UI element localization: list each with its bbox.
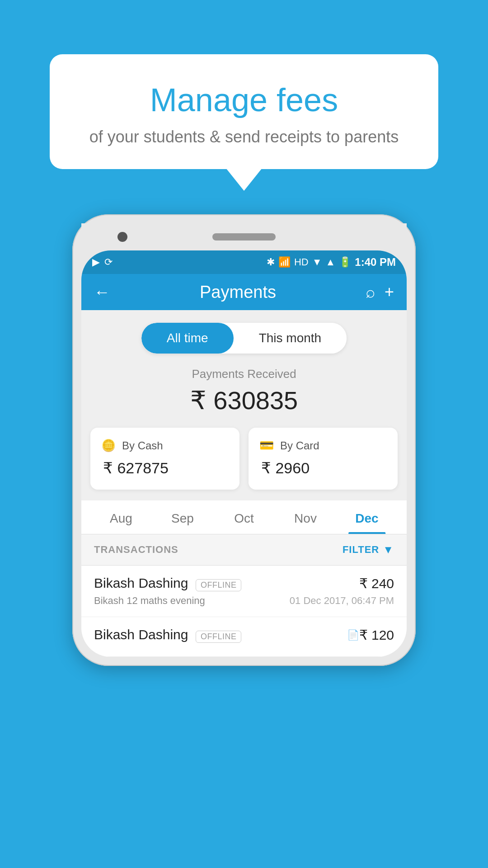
bluetooth-icon: ✱ [267,256,275,268]
card-card: 💳 By Card ₹ 2960 [249,428,398,490]
cards-row: 🪙 By Cash ₹ 627875 💳 By Card ₹ 2960 [81,428,407,500]
filter-button[interactable]: FILTER ▼ [343,543,394,556]
transaction-amount-2: ₹ 120 [359,627,394,643]
transaction-name-2: Bikash Dashing OFFLINE [94,627,241,643]
play-icon: ▶ [92,256,100,268]
app-bar: ← Payments ⌕ + [81,274,407,310]
phone-mockup: ▶ ⟳ ✱ 📶 HD ▼ ▲ 🔋 1:40 PM ← Payments ⌕ [72,214,416,666]
status-icons-left: ▶ ⟳ [92,256,113,268]
month-tabs: Aug Sep Oct Nov Dec [81,500,407,534]
table-row: Bikash Dashing OFFLINE ₹ 240 Bikash 12 m… [81,566,407,617]
offline-badge-1: OFFLINE [196,579,242,591]
cash-label: By Cash [122,439,163,452]
tab-sep[interactable]: Sep [152,500,213,534]
toggle-row: All time This month [81,310,407,363]
transaction-desc-1: Bikash 12 maths evening [94,595,205,607]
back-button[interactable]: ← [94,283,110,302]
add-button[interactable]: + [385,283,394,302]
speaker [212,233,276,241]
status-time: 1:40 PM [355,256,396,269]
cash-icon: 🪙 [101,439,116,453]
toggle-container: All time This month [141,323,347,354]
cash-amount: ₹ 627875 [101,459,229,477]
card-card-header: 💳 By Card [259,439,387,453]
tab-aug[interactable]: Aug [90,500,152,534]
bubble-subtitle: of your students & send receipts to pare… [77,127,411,146]
card-label: By Card [280,439,319,452]
signal-icon: 📶 [278,256,291,268]
transaction-top-1: Bikash Dashing OFFLINE ₹ 240 [94,576,394,591]
wifi-icon: ▼ [312,256,322,268]
filter-label: FILTER [343,544,379,556]
table-row: Bikash Dashing OFFLINE 📄 ₹ 120 [81,617,407,657]
bubble-title: Manage fees [77,81,411,118]
search-button[interactable]: ⌕ [366,283,375,302]
payments-received: Payments Received ₹ 630835 [81,363,407,428]
tab-dec[interactable]: Dec [336,500,398,534]
transaction-date-1: 01 Dec 2017, 06:47 PM [290,595,394,607]
status-icons-right: ✱ 📶 HD ▼ ▲ 🔋 1:40 PM [267,256,396,269]
this-month-toggle[interactable]: This month [234,323,347,354]
filter-icon: ▼ [383,543,394,556]
status-bar: ▶ ⟳ ✱ 📶 HD ▼ ▲ 🔋 1:40 PM [81,250,407,274]
payments-label: Payments Received [81,367,407,381]
phone-top-bar [81,223,407,250]
cash-card-header: 🪙 By Cash [101,439,229,453]
transactions-label: TRANSACTIONS [94,544,178,556]
all-time-toggle[interactable]: All time [141,323,234,354]
payments-amount: ₹ 630835 [81,386,407,415]
cash-card: 🪙 By Cash ₹ 627875 [90,428,239,490]
camera [117,232,127,242]
speech-bubble: Manage fees of your students & send rece… [50,54,438,169]
app-content: All time This month Payments Received ₹ … [81,310,407,657]
refresh-icon: ⟳ [104,256,113,268]
card-amount: ₹ 2960 [259,459,387,477]
tab-nov[interactable]: Nov [275,500,336,534]
transaction-bottom-1: Bikash 12 maths evening 01 Dec 2017, 06:… [94,595,394,607]
transactions-header: TRANSACTIONS FILTER ▼ [81,534,407,565]
battery-icon: 🔋 [339,256,351,268]
app-bar-title: Payments [119,283,357,302]
receipt-icon: 📄 [347,629,359,641]
card-icon: 💳 [259,439,274,453]
transaction-top-2: Bikash Dashing OFFLINE 📄 ₹ 120 [94,627,394,643]
offline-badge-2: OFFLINE [196,631,242,643]
signal-bar-icon: ▲ [326,256,336,268]
hd-label: HD [294,256,309,268]
transaction-amount-1: ₹ 240 [359,576,394,591]
transaction-amount-row-2: 📄 ₹ 120 [343,627,394,643]
tab-oct[interactable]: Oct [213,500,275,534]
transaction-name-1: Bikash Dashing OFFLINE [94,576,241,591]
